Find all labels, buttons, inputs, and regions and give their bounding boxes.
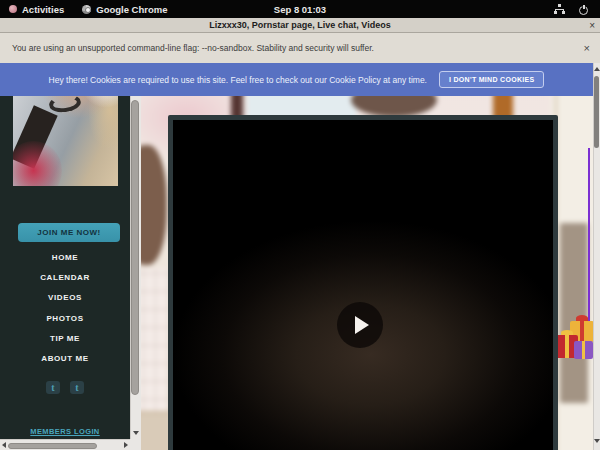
sidebar: JOIN ME NOW! HOME CALENDAR VIDEOS PHOTOS… bbox=[0, 63, 130, 450]
activities-label: Activities bbox=[22, 4, 64, 15]
video-player[interactable] bbox=[168, 115, 558, 450]
sidebar-item-tip-me[interactable]: TIP ME bbox=[0, 328, 130, 348]
scroll-right-arrow[interactable] bbox=[124, 442, 128, 448]
main-scroll-up-arrow[interactable] bbox=[593, 65, 600, 73]
distro-dot-icon bbox=[9, 5, 17, 13]
window-titlebar: Lizxxx30, Pornstar page, Live chat, Vide… bbox=[0, 18, 600, 33]
members-login-link[interactable]: MEMBERS LOGIN bbox=[0, 427, 130, 436]
page-content: JOIN ME NOW! HOME CALENDAR VIDEOS PHOTOS… bbox=[0, 63, 600, 450]
window-close-button[interactable]: × bbox=[589, 18, 595, 33]
sidebar-horizontal-scrollbar[interactable] bbox=[0, 439, 130, 450]
play-icon bbox=[355, 316, 369, 334]
infobar-close-button[interactable]: × bbox=[584, 42, 590, 54]
chrome-icon bbox=[82, 5, 91, 14]
infobar-message: You are using an unsupported command-lin… bbox=[12, 43, 374, 53]
tip-widget-edge bbox=[588, 148, 590, 333]
cookie-accept-button[interactable]: I DON'T MIND COOKIES bbox=[439, 71, 544, 88]
activities-button[interactable]: Activities bbox=[0, 0, 73, 18]
play-button[interactable] bbox=[337, 302, 383, 348]
twitter-icon[interactable]: t bbox=[70, 381, 84, 394]
sidebar-item-photos[interactable]: PHOTOS bbox=[0, 308, 130, 328]
sidebar-item-calendar[interactable]: CALENDAR bbox=[0, 267, 130, 287]
gnome-top-bar: Activities Google Chrome Sep 8 01:03 bbox=[0, 0, 600, 18]
infobar: You are using an unsupported command-lin… bbox=[0, 33, 600, 63]
sidebar-scroll-down-arrow[interactable] bbox=[130, 427, 141, 438]
scrollbar-corner bbox=[130, 439, 141, 450]
sidebar-nav: HOME CALENDAR VIDEOS PHOTOS TIP ME ABOUT… bbox=[0, 247, 130, 369]
sidebar-item-videos[interactable]: VIDEOS bbox=[0, 288, 130, 308]
sidebar-item-about-me[interactable]: ABOUT ME bbox=[0, 348, 130, 368]
gift-purple-icon[interactable] bbox=[574, 341, 593, 359]
twitter-icon[interactable]: t bbox=[46, 381, 60, 394]
app-menu-button[interactable]: Google Chrome bbox=[73, 0, 176, 18]
main-scroll-down-arrow[interactable] bbox=[593, 437, 600, 445]
join-me-now-button[interactable]: JOIN ME NOW! bbox=[18, 223, 120, 242]
cookie-message: Hey there! Cookies are required to use t… bbox=[49, 75, 427, 85]
sidebar-hscrollbar-thumb[interactable] bbox=[8, 443, 97, 449]
video-screen[interactable] bbox=[173, 120, 553, 450]
power-icon[interactable] bbox=[579, 5, 588, 14]
network-icon[interactable] bbox=[554, 4, 565, 14]
sidebar-scrollbar-thumb[interactable] bbox=[131, 100, 139, 395]
scroll-left-arrow[interactable] bbox=[2, 442, 6, 448]
main-scrollbar-thumb[interactable] bbox=[594, 76, 599, 148]
sidebar-item-home[interactable]: HOME bbox=[0, 247, 130, 267]
desktop-screen: Activities Google Chrome Sep 8 01:03 Liz… bbox=[0, 0, 600, 450]
cookie-notice: Hey there! Cookies are required to use t… bbox=[0, 63, 593, 96]
page-title: Lizxxx30, Pornstar page, Live chat, Vide… bbox=[209, 20, 390, 30]
app-menu-label: Google Chrome bbox=[96, 4, 167, 15]
